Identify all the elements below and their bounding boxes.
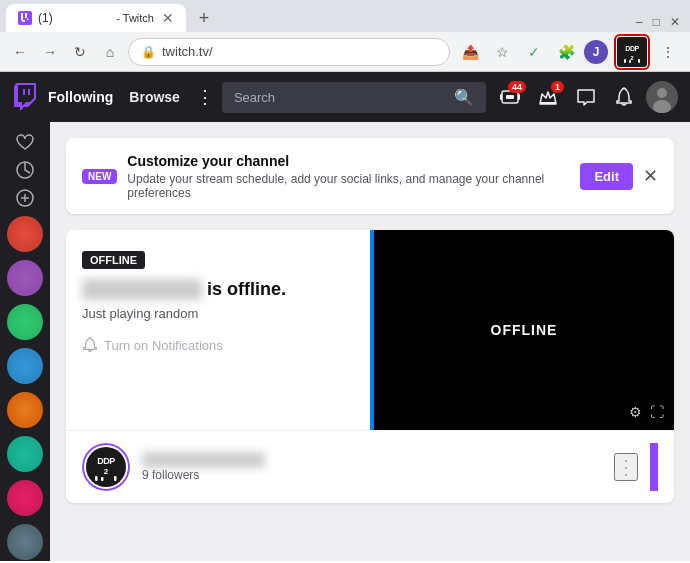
browser-tab[interactable]: (1) - Twitch ✕	[6, 4, 186, 32]
sidebar-avatar-6[interactable]	[7, 436, 43, 472]
banner-edit-button[interactable]: Edit	[580, 163, 633, 190]
sidebar-esports-icon[interactable]	[7, 188, 43, 208]
purple-accent-bar	[650, 443, 658, 491]
channel-card: OFFLINE ChannelName is offline. Just pla…	[66, 230, 674, 503]
forward-button[interactable]: →	[38, 40, 62, 64]
video-panel: OFFLINE ⚙ ⛶	[374, 230, 674, 430]
banner-title: Customize your channel	[127, 153, 289, 169]
customize-banner: NEW Customize your channel Update your s…	[66, 138, 674, 214]
extensions-puzzle-icon[interactable]: 🧩	[552, 38, 580, 66]
user-profile-avatar[interactable]: J	[584, 40, 608, 64]
channel-description: Just playing random	[82, 306, 354, 321]
cast-icon[interactable]: 📤	[456, 38, 484, 66]
sidebar-avatar-8[interactable]	[7, 524, 43, 560]
prime-badge: 1	[551, 81, 564, 93]
banner-text: Customize your channel Update your strea…	[127, 152, 570, 200]
channel-followers: 9 followers	[142, 468, 602, 482]
reload-button[interactable]: ↻	[68, 40, 92, 64]
fullscreen-icon[interactable]: ⛶	[650, 404, 664, 420]
banner-close-button[interactable]: ✕	[643, 165, 658, 187]
tab-close-btn[interactable]: ✕	[162, 10, 174, 26]
back-button[interactable]: ←	[8, 40, 32, 64]
lock-icon: 🔒	[141, 45, 156, 59]
channel-top: OFFLINE ChannelName is offline. Just pla…	[66, 230, 674, 430]
sidebar-avatar-4[interactable]	[7, 348, 43, 384]
tab-title: (1)	[38, 11, 110, 25]
browser-toolbar: ← → ↻ ⌂ 🔒 twitch.tv/ 📤 ☆ ✓ 🧩 J DDP 2	[0, 32, 690, 72]
sidebar-heart-icon[interactable]	[7, 134, 43, 152]
svg-rect-25	[114, 476, 117, 481]
video-controls: ⚙ ⛶	[629, 404, 664, 420]
notifications-label: Turn on Notifications	[104, 338, 223, 353]
new-tab-button[interactable]: +	[190, 4, 218, 32]
sidebar-avatar-3[interactable]	[7, 304, 43, 340]
svg-text:DDP: DDP	[97, 456, 115, 466]
bookmark-star-icon[interactable]: ☆	[488, 38, 516, 66]
channel-footer-name-blurred: ChannelUsername	[142, 452, 265, 468]
svg-rect-7	[23, 89, 25, 95]
svg-rect-3	[624, 59, 626, 63]
ddp2-logo-icon: DDP 2	[619, 40, 645, 64]
svg-rect-4	[629, 60, 631, 63]
svg-rect-10	[500, 94, 502, 100]
channel-info-panel: OFFLINE ChannelName is offline. Just pla…	[66, 230, 370, 430]
address-bar[interactable]: 🔒 twitch.tv/	[128, 38, 450, 66]
offline-badge: OFFLINE	[82, 251, 145, 269]
window-minimize[interactable]: –	[636, 15, 643, 29]
svg-text:DDP: DDP	[625, 45, 639, 52]
new-tag: NEW	[82, 169, 117, 184]
channel-name: ChannelName is offline.	[82, 279, 354, 300]
extension-check-icon[interactable]: ✓	[520, 38, 548, 66]
sidebar-avatar-7[interactable]	[7, 480, 43, 516]
settings-icon[interactable]: ⚙	[629, 404, 642, 420]
ddp2-extension-button[interactable]: DDP 2	[614, 34, 650, 70]
svg-text:2: 2	[104, 467, 109, 476]
nav-links: Following Browse ⋮	[48, 86, 214, 108]
window-close[interactable]: ✕	[670, 15, 680, 29]
svg-rect-5	[638, 59, 640, 63]
svg-rect-9	[506, 95, 514, 99]
channel-meta: ChannelUsername 9 followers	[142, 452, 602, 482]
svg-point-15	[657, 88, 667, 98]
sidebar	[0, 122, 50, 561]
more-options-icon[interactable]: ⋮	[654, 38, 682, 66]
sidebar-avatar-2[interactable]	[7, 260, 43, 296]
tab-favicon	[18, 11, 32, 25]
video-offline-text: OFFLINE	[491, 322, 558, 338]
channel-avatar[interactable]: DDP 2	[82, 443, 130, 491]
svg-rect-24	[101, 477, 104, 481]
sidebar-avatar-1[interactable]	[7, 216, 43, 252]
tab-site: - Twitch	[116, 12, 154, 24]
user-avatar-button[interactable]	[646, 81, 678, 113]
toolbar-icons: 📤 ☆ ✓ 🧩 J DDP 2	[456, 34, 682, 70]
browse-nav-link[interactable]: Browse	[129, 89, 180, 105]
channel-more-button[interactable]: ⋮	[614, 453, 638, 481]
notifications-button[interactable]: Turn on Notifications	[82, 337, 223, 353]
following-nav-link[interactable]: Following	[48, 89, 113, 105]
chat-icon-button[interactable]	[570, 81, 602, 113]
address-text: twitch.tv/	[162, 44, 213, 59]
twitch-logo[interactable]	[12, 83, 40, 111]
home-button[interactable]: ⌂	[98, 40, 122, 64]
search-bar[interactable]: 🔍	[222, 82, 486, 113]
channel-footer-name: ChannelUsername	[142, 452, 602, 468]
prime-icon-button[interactable]: 1	[532, 81, 564, 113]
banner-subtitle: Update your stream schedule, add your so…	[127, 172, 570, 200]
sidebar-avatar-5[interactable]	[7, 392, 43, 428]
twitch-app: Following Browse ⋮ 🔍 44	[0, 72, 690, 561]
search-input[interactable]	[234, 90, 446, 105]
sidebar-browse-icon[interactable]	[7, 160, 43, 180]
window-maximize[interactable]: □	[653, 15, 660, 29]
search-icon[interactable]: 🔍	[454, 88, 474, 107]
svg-rect-6	[28, 89, 30, 95]
notifications-bell-button[interactable]	[608, 81, 640, 113]
channel-name-blurred: ChannelName	[82, 279, 202, 300]
svg-rect-11	[518, 94, 520, 100]
treasury-icon-button[interactable]: 44	[494, 81, 526, 113]
nav-more-button[interactable]: ⋮	[196, 86, 214, 108]
svg-rect-23	[95, 476, 98, 481]
channel-footer: DDP 2 ChannelUsername	[66, 430, 674, 503]
twitch-navbar: Following Browse ⋮ 🔍 44	[0, 72, 690, 122]
channel-status-text: is offline.	[207, 279, 286, 299]
channel-avatar-logo: DDP 2	[88, 450, 124, 484]
